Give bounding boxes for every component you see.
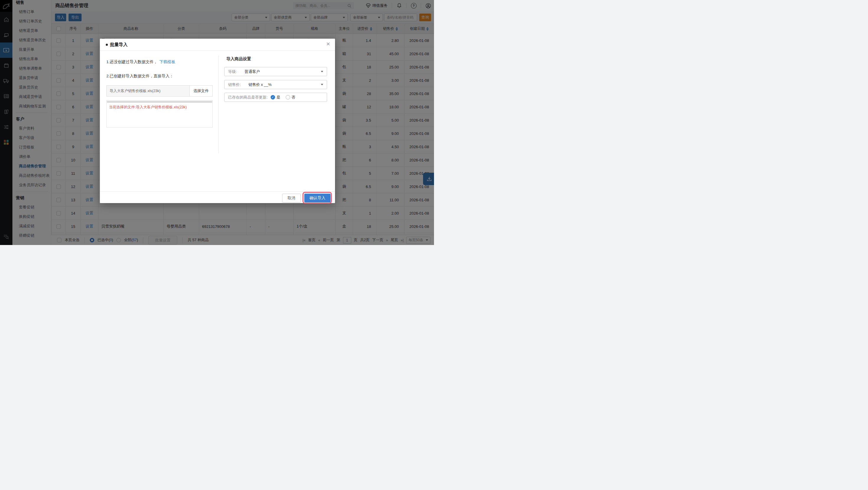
chevron-down-icon [321, 84, 323, 85]
batch-import-modal: 批量导入 ✕ 1.还没创建过导入数据文件，下载模板 2.已创建好导入数据文件，直… [100, 39, 335, 203]
download-template-link[interactable]: 下载模板 [159, 60, 175, 64]
update-existing-option-row: 已存在的商品是否更新: ✓ 是 否 [224, 93, 327, 102]
chevron-down-icon [321, 71, 323, 72]
selected-file-note: 当前选择的文件:导入大客户销售价模板.xls(23k) [107, 103, 212, 112]
file-picker: 导入大客户销售价模板.xls(23k) 选择文件 [106, 85, 213, 97]
modal-header: 批量导入 ✕ [100, 39, 335, 51]
close-icon[interactable]: ✕ [326, 42, 330, 46]
modal-title: 批量导入 [106, 42, 128, 47]
scrollbar-strip [107, 101, 212, 103]
modal-vertical-divider [218, 56, 219, 153]
sale-price-rule-dropdown[interactable]: 销售价: 销售价 x __% [224, 80, 327, 89]
no-radio-icon[interactable] [286, 95, 290, 99]
modal-footer: 取消 确认导入 [100, 191, 335, 203]
no-label: 否 [291, 95, 296, 100]
import-settings-title: 导入商品设置 [226, 56, 251, 62]
confirm-import-button[interactable]: 确认导入 [304, 194, 331, 202]
customer-level-dropdown[interactable]: 等级: 普通客户 [224, 67, 327, 76]
step1-instruction: 1.还没创建过导入数据文件，下载模板 [106, 59, 175, 65]
yes-label: 是 [277, 95, 280, 100]
cancel-button[interactable]: 取消 [282, 194, 301, 202]
step2-instruction: 2.已创建好导入数据文件，直接导入： [106, 73, 174, 79]
choose-file-button[interactable]: 选择文件 [189, 86, 212, 96]
bullet-dot-icon [106, 44, 108, 46]
yes-radio-checked-icon[interactable]: ✓ [271, 95, 275, 99]
file-name-field[interactable]: 导入大客户销售价模板.xls(23k) [107, 86, 189, 96]
selected-file-note-box: 当前选择的文件:导入大客户销售价模板.xls(23k) [106, 100, 213, 128]
